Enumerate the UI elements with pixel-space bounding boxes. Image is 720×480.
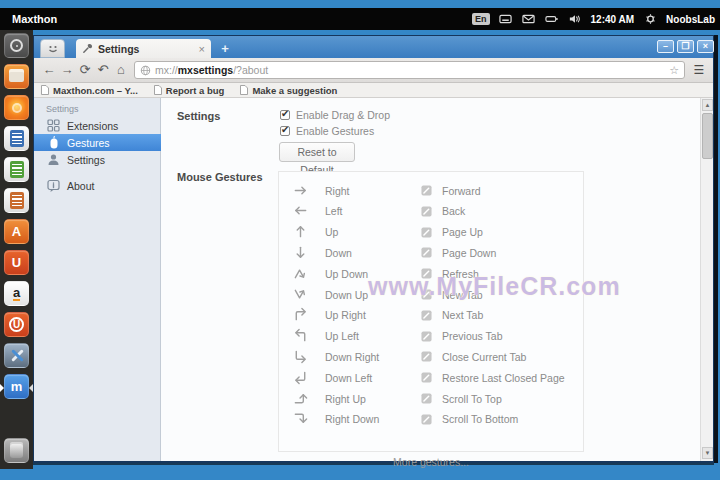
settings-sidebar: Settings Extensions Gestures Settings Ab… (34, 98, 161, 461)
files-icon[interactable] (4, 64, 29, 89)
system-settings-icon[interactable] (4, 343, 29, 368)
forward-button[interactable]: → (58, 61, 76, 79)
scroll-down-icon[interactable]: ▼ (702, 447, 713, 459)
gesture-name: Up (325, 226, 421, 238)
address-bar[interactable]: mx://mxsettings/?about ☆ (134, 61, 685, 79)
maxthon-launcher-icon[interactable]: m (4, 374, 29, 399)
edit-action-icon[interactable] (421, 247, 432, 258)
scroll-up-icon[interactable]: ▲ (702, 99, 713, 111)
minimize-button[interactable]: – (657, 40, 674, 53)
gesture-row: Up Left Previous Tab (279, 326, 585, 347)
software-center-icon[interactable]: A (4, 219, 29, 244)
more-gestures-link[interactable]: More gestures... (278, 456, 584, 468)
sidebar-item-about[interactable]: About (34, 177, 161, 194)
sidebar-item-settings[interactable]: Settings (34, 151, 161, 168)
edit-action-icon[interactable] (421, 331, 432, 342)
gesture-action: Scroll To Top (442, 393, 502, 405)
sidebar-item-gestures[interactable]: Gestures (34, 134, 161, 151)
bookmark-make-a-suggestion[interactable]: Make a suggestion (240, 85, 337, 96)
edit-action-icon[interactable] (421, 351, 432, 362)
checkbox-row-gestures: Enable Gestures (280, 125, 374, 137)
gesture-row: Right Down Scroll To Bottom (279, 409, 585, 430)
gesture-direction-icon (293, 370, 309, 386)
gesture-name: Down Left (325, 372, 421, 384)
session-user-name[interactable]: NoobsLab (666, 14, 715, 25)
gesture-action: Previous Tab (442, 330, 503, 342)
mouse-gestures-panel: Right Forward Left Back Up (278, 171, 584, 452)
maxthon-menu-button[interactable] (40, 39, 65, 58)
home-button[interactable]: ⌂ (112, 61, 130, 79)
wrench-icon (82, 43, 93, 54)
enable-gestures-checkbox[interactable] (280, 126, 290, 136)
scrollbar[interactable]: ▲ ▼ (700, 98, 713, 461)
gesture-name: Right (325, 185, 421, 197)
navigation-toolbar: ← → ⟳ ↶ ⌂ mx://mxsettings/?about ☆ ☰ (34, 58, 713, 83)
gesture-row: Left Back (279, 201, 585, 222)
refresh-button[interactable]: ⟳ (76, 61, 94, 79)
undo-button[interactable]: ↶ (94, 61, 112, 79)
page-icon (240, 85, 248, 95)
edit-action-icon[interactable] (421, 310, 432, 321)
browser-menu-icon[interactable]: ☰ (691, 62, 707, 78)
gesture-direction-icon (293, 245, 309, 261)
gesture-direction-icon (293, 391, 309, 407)
edit-action-icon[interactable] (421, 185, 432, 196)
session-gear-icon[interactable] (643, 13, 657, 25)
libreoffice-impress-icon[interactable] (4, 188, 29, 213)
url-text[interactable]: mx://mxsettings/?about (155, 64, 665, 76)
back-button[interactable]: ← (40, 61, 58, 79)
bookmark-maxthon[interactable]: Maxthon.com – Y... (41, 85, 138, 96)
gesture-name: Right Down (325, 413, 421, 425)
clock[interactable]: 12:40 AM (591, 14, 635, 25)
ubuntu-one-icon[interactable]: U (4, 250, 29, 275)
bookmark-report-a-bug[interactable]: Report a bug (154, 85, 225, 96)
gestures-icon (47, 136, 60, 149)
libreoffice-writer-icon[interactable] (4, 126, 29, 151)
tab-close-icon[interactable]: × (199, 43, 205, 55)
firefox-icon[interactable] (4, 95, 29, 120)
gesture-row: Down Page Down (279, 242, 585, 263)
battery-icon[interactable] (545, 13, 559, 25)
new-tab-button[interactable]: + (217, 42, 233, 56)
enable-drag-drop-checkbox[interactable] (280, 110, 290, 120)
maxthon-browser-window: Settings × + – ❐ × ← → ⟳ ↶ ⌂ mx://mxsett… (33, 35, 714, 463)
scrollbar-thumb[interactable] (702, 113, 713, 159)
amazon-icon[interactable]: a (4, 281, 29, 306)
gesture-direction-icon (293, 224, 309, 240)
gesture-action: Page Up (442, 226, 483, 238)
gesture-name: Down (325, 247, 421, 259)
libreoffice-calc-icon[interactable] (4, 157, 29, 182)
about-icon (47, 179, 60, 192)
page-icon (154, 85, 162, 95)
edit-action-icon[interactable] (421, 372, 432, 383)
gesture-direction-icon (293, 266, 309, 282)
edit-action-icon[interactable] (421, 227, 432, 238)
gesture-action: Back (442, 205, 465, 217)
gesture-direction-icon (293, 203, 309, 219)
edit-action-icon[interactable] (421, 414, 432, 425)
sidebar-item-extensions[interactable]: Extensions (34, 117, 161, 134)
gesture-direction-icon (293, 183, 309, 199)
bookmark-star-icon[interactable]: ☆ (669, 64, 679, 77)
trash-icon[interactable] (4, 438, 29, 463)
settings-section-heading: Settings (177, 110, 220, 122)
edit-action-icon[interactable] (421, 206, 432, 217)
close-button[interactable]: × (697, 40, 714, 53)
dash-home-icon[interactable] (4, 33, 29, 58)
tab-settings[interactable]: Settings × (76, 39, 211, 58)
gesture-action: Close Current Tab (442, 351, 526, 363)
keyboard-indicator-icon[interactable] (499, 13, 513, 25)
volume-icon[interactable] (568, 13, 582, 25)
user-icon (47, 153, 60, 166)
gesture-action: Scroll To Bottom (442, 413, 518, 425)
ubuntu-one-music-icon[interactable]: U (4, 312, 29, 337)
keyboard-layout-indicator[interactable]: En (472, 13, 490, 25)
mail-icon[interactable] (522, 13, 536, 25)
gesture-name: Left (325, 205, 421, 217)
gesture-direction-icon (293, 349, 309, 365)
maximize-button[interactable]: ❐ (677, 40, 694, 53)
edit-action-icon[interactable] (421, 393, 432, 404)
reset-to-default-button[interactable]: Reset to Default (279, 142, 355, 162)
maxthon-smiley-icon (46, 43, 60, 55)
sidebar-header: Settings (46, 104, 79, 114)
